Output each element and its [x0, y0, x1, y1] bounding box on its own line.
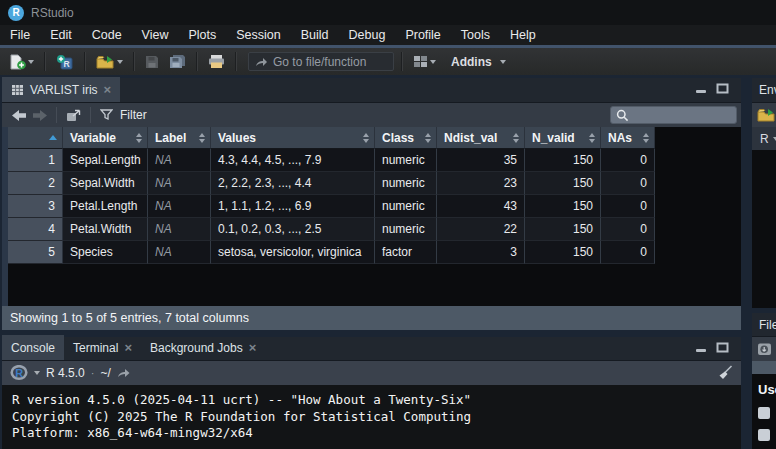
- sort-icon[interactable]: [136, 133, 142, 143]
- print-button[interactable]: [205, 52, 228, 71]
- maximize-icon[interactable]: [716, 83, 729, 94]
- new-project-icon: R: [56, 54, 74, 70]
- save-button[interactable]: [142, 53, 162, 71]
- cell-variable: Petal.Width: [63, 218, 148, 241]
- menu-view[interactable]: View: [132, 25, 179, 45]
- table-row[interactable]: 2 Sepal.Width NA 2, 2.2, 2.3, ..., 4.4 n…: [8, 172, 741, 195]
- table-row[interactable]: 1 Sepal.Length NA 4.3, 4.4, 4.5, ..., 7.…: [8, 149, 741, 172]
- filter-button[interactable]: Filter: [120, 108, 147, 122]
- cell-variable: Sepal.Length: [63, 149, 148, 172]
- close-icon[interactable]: ×: [124, 341, 132, 354]
- addins-button[interactable]: Addins: [451, 55, 492, 69]
- row-number: 5: [8, 241, 63, 264]
- menu-code[interactable]: Code: [82, 25, 132, 45]
- panes-caret-icon[interactable]: [430, 60, 436, 64]
- col-header-label[interactable]: Label: [148, 127, 211, 149]
- menu-session[interactable]: Session: [226, 25, 290, 45]
- menu-build[interactable]: Build: [291, 25, 339, 45]
- broom-icon: [716, 365, 733, 380]
- sort-icon[interactable]: [643, 133, 649, 143]
- working-directory[interactable]: ~/: [100, 366, 110, 380]
- panes-layout-button[interactable]: [410, 53, 439, 70]
- table-row[interactable]: 5 Species NA setosa, versicolor, virgini…: [8, 241, 741, 264]
- files-tabbar[interactable]: Files: [752, 313, 776, 337]
- app-title: RStudio: [31, 6, 74, 20]
- sort-icon[interactable]: [363, 133, 369, 143]
- save-all-button[interactable]: [166, 52, 189, 71]
- viewer-tabbar: VARLIST iris ×: [2, 78, 741, 103]
- environment-scope-selector[interactable]: R: [752, 127, 776, 150]
- minimize-icon[interactable]: [695, 343, 708, 353]
- col-header-ndist-val[interactable]: Ndist_val: [437, 127, 525, 149]
- close-icon[interactable]: ×: [249, 341, 257, 354]
- table-row[interactable]: 3 Petal.Length NA 1, 1.1, 1.2, ..., 6.9 …: [8, 195, 741, 218]
- goto-file-function-input[interactable]: Go to file/function: [248, 52, 394, 71]
- menu-debug[interactable]: Debug: [339, 25, 396, 45]
- menu-profile[interactable]: Profile: [395, 25, 450, 45]
- menu-edit[interactable]: Edit: [40, 25, 82, 45]
- cell-values: 0.1, 0.2, 0.3, ..., 2.5: [211, 218, 375, 241]
- file-checkbox[interactable]: [758, 429, 770, 441]
- maximize-icon[interactable]: [716, 342, 729, 353]
- panes-grid-icon: [413, 55, 428, 68]
- r-version-caret-icon[interactable]: [34, 371, 40, 375]
- console-output[interactable]: R version 4.5.0 (2025-04-11 ucrt) -- "Ho…: [2, 385, 741, 449]
- close-icon[interactable]: ×: [104, 83, 112, 96]
- filter-funnel-icon[interactable]: [100, 109, 113, 121]
- rownum-header[interactable]: [8, 127, 63, 149]
- clear-console-button[interactable]: [716, 365, 733, 384]
- menu-help[interactable]: Help: [500, 25, 546, 45]
- file-checkbox[interactable]: [758, 407, 770, 419]
- sort-icon[interactable]: [199, 133, 205, 143]
- tab-console[interactable]: Console: [2, 335, 64, 360]
- environment-toolbar: [752, 103, 776, 127]
- files-toolbar: [752, 337, 776, 361]
- menu-file[interactable]: File: [0, 25, 40, 45]
- col-header-values[interactable]: Values: [211, 127, 375, 149]
- tab-terminal[interactable]: Terminal×: [64, 335, 141, 360]
- new-file-button[interactable]: [6, 52, 37, 72]
- addins-caret-icon[interactable]: [500, 60, 506, 64]
- cell-variable: Sepal.Width: [63, 172, 148, 195]
- sort-asc-icon: [49, 135, 57, 140]
- goto-directory-icon[interactable]: [117, 368, 130, 378]
- cell-variable: Petal.Length: [63, 195, 148, 218]
- load-workspace-folder-icon[interactable]: [757, 108, 776, 122]
- cell-n-valid: 150: [525, 241, 601, 264]
- sort-icon[interactable]: [425, 133, 431, 143]
- open-file-button[interactable]: [93, 53, 126, 71]
- files-column-header[interactable]: User: [758, 382, 776, 397]
- col-header-nas[interactable]: NAs: [601, 127, 655, 149]
- new-folder-icon[interactable]: [757, 342, 772, 356]
- search-icon: [616, 109, 629, 122]
- sort-icon[interactable]: [589, 133, 595, 143]
- new-project-button[interactable]: R: [53, 52, 77, 72]
- table-row[interactable]: 4 Petal.Width NA 0.1, 0.2, 0.3, ..., 2.5…: [8, 218, 741, 241]
- cell-class: numeric: [375, 218, 437, 241]
- tab-varlist-iris[interactable]: VARLIST iris ×: [2, 77, 120, 102]
- toolbar-separator: [84, 52, 86, 71]
- forward-arrow-icon[interactable]: [33, 110, 47, 121]
- minimize-icon[interactable]: [695, 84, 708, 94]
- save-all-icon: [169, 54, 186, 69]
- open-in-window-icon[interactable]: [66, 109, 81, 122]
- cell-nas: 0: [601, 218, 655, 241]
- col-header-n-valid[interactable]: N_valid: [525, 127, 601, 149]
- menu-plots[interactable]: Plots: [178, 25, 226, 45]
- table-search-input[interactable]: [610, 106, 737, 124]
- tab-files[interactable]: Files: [759, 318, 776, 332]
- col-header-variable[interactable]: Variable: [63, 127, 148, 149]
- tab-background-jobs[interactable]: Background Jobs×: [141, 335, 265, 360]
- open-file-caret-icon[interactable]: [117, 60, 123, 64]
- tab-environment[interactable]: Envi: [759, 83, 776, 97]
- menu-tools[interactable]: Tools: [451, 25, 500, 45]
- cell-label: NA: [148, 195, 211, 218]
- environment-tabbar[interactable]: Envi: [752, 78, 776, 103]
- back-arrow-icon[interactable]: [12, 110, 26, 121]
- new-file-caret-icon[interactable]: [28, 60, 34, 64]
- toolbar-separator: [196, 52, 198, 71]
- col-header-class[interactable]: Class: [375, 127, 437, 149]
- r-version-label[interactable]: R 4.5.0: [46, 366, 85, 380]
- cell-n-valid: 150: [525, 172, 601, 195]
- sort-icon[interactable]: [513, 133, 519, 143]
